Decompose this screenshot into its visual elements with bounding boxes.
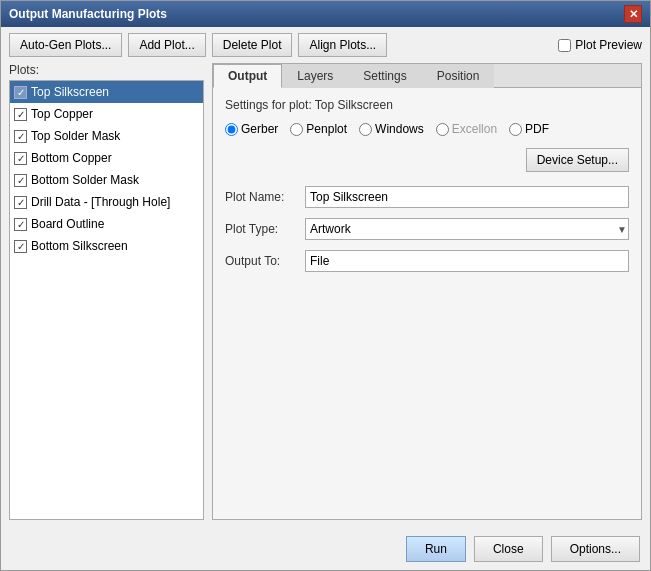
list-item-checkbox[interactable]: ✓ bbox=[14, 86, 27, 99]
main-window: Output Manufacturing Plots ✕ Auto-Gen Pl… bbox=[0, 0, 651, 571]
format-radio-group: Gerber Penplot Windows Excellon bbox=[225, 122, 629, 172]
plots-label: Plots: bbox=[9, 63, 204, 77]
list-item-label: Top Silkscreen bbox=[31, 85, 109, 99]
radio-windows[interactable]: Windows bbox=[359, 122, 424, 136]
list-item[interactable]: ✓ Drill Data - [Through Hole] bbox=[10, 191, 203, 213]
tab-output[interactable]: Output bbox=[213, 64, 282, 88]
left-panel: Plots: ✓ Top Silkscreen ✓ Top Copper ✓ T… bbox=[9, 63, 204, 520]
list-item-checkbox[interactable]: ✓ bbox=[14, 108, 27, 121]
list-item-label: Top Solder Mask bbox=[31, 129, 120, 143]
add-plot-button[interactable]: Add Plot... bbox=[128, 33, 205, 57]
plot-name-input[interactable] bbox=[305, 186, 629, 208]
list-item[interactable]: ✓ Bottom Solder Mask bbox=[10, 169, 203, 191]
plot-type-select[interactable]: Artwork Drill Silkscreen bbox=[305, 218, 629, 240]
list-item-label: Bottom Solder Mask bbox=[31, 173, 139, 187]
tab-layers[interactable]: Layers bbox=[282, 64, 348, 88]
auto-gen-plots-button[interactable]: Auto-Gen Plots... bbox=[9, 33, 122, 57]
tab-position[interactable]: Position bbox=[422, 64, 495, 88]
plot-type-label: Plot Type: bbox=[225, 222, 305, 236]
list-item-checkbox[interactable]: ✓ bbox=[14, 174, 27, 187]
output-to-row: Output To: bbox=[225, 250, 629, 272]
list-item[interactable]: ✓ Bottom Copper bbox=[10, 147, 203, 169]
list-item[interactable]: ✓ Top Copper bbox=[10, 103, 203, 125]
content-area: Plots: ✓ Top Silkscreen ✓ Top Copper ✓ T… bbox=[1, 63, 650, 528]
list-item-checkbox[interactable]: ✓ bbox=[14, 240, 27, 253]
plot-type-select-container: Artwork Drill Silkscreen ▼ bbox=[305, 218, 629, 240]
list-item-label: Top Copper bbox=[31, 107, 93, 121]
bottom-bar: Run Close Options... bbox=[1, 528, 650, 570]
list-item-checkbox[interactable]: ✓ bbox=[14, 218, 27, 231]
plot-preview-label: Plot Preview bbox=[575, 38, 642, 52]
window-title: Output Manufacturing Plots bbox=[9, 7, 167, 21]
settings-for-text: Settings for plot: Top Silkscreen bbox=[225, 98, 629, 112]
right-panel: Output Layers Settings Position Settings… bbox=[212, 63, 642, 520]
plot-name-label: Plot Name: bbox=[225, 190, 305, 204]
plot-list: ✓ Top Silkscreen ✓ Top Copper ✓ Top Sold… bbox=[9, 80, 204, 520]
list-item[interactable]: ✓ Board Outline bbox=[10, 213, 203, 235]
tab-settings[interactable]: Settings bbox=[348, 64, 421, 88]
radio-excellon[interactable]: Excellon bbox=[436, 122, 497, 136]
device-setup-button[interactable]: Device Setup... bbox=[526, 148, 629, 172]
delete-plot-button[interactable]: Delete Plot bbox=[212, 33, 293, 57]
run-button[interactable]: Run bbox=[406, 536, 466, 562]
output-to-input[interactable] bbox=[305, 250, 629, 272]
output-to-label: Output To: bbox=[225, 254, 305, 268]
plot-preview-checkbox[interactable] bbox=[558, 39, 571, 52]
list-item-label: Bottom Silkscreen bbox=[31, 239, 128, 253]
radio-pdf[interactable]: PDF bbox=[509, 122, 549, 136]
align-plots-button[interactable]: Align Plots... bbox=[298, 33, 387, 57]
toolbar: Auto-Gen Plots... Add Plot... Delete Plo… bbox=[1, 27, 650, 63]
tab-bar: Output Layers Settings Position bbox=[213, 64, 641, 88]
list-item[interactable]: ✓ Bottom Silkscreen bbox=[10, 235, 203, 257]
close-dialog-button[interactable]: Close bbox=[474, 536, 543, 562]
plot-name-row: Plot Name: bbox=[225, 186, 629, 208]
list-item-label: Bottom Copper bbox=[31, 151, 112, 165]
close-button[interactable]: ✕ bbox=[624, 5, 642, 23]
plot-type-row: Plot Type: Artwork Drill Silkscreen ▼ bbox=[225, 218, 629, 240]
list-item-label: Board Outline bbox=[31, 217, 104, 231]
list-item-checkbox[interactable]: ✓ bbox=[14, 130, 27, 143]
plot-preview-area: Plot Preview bbox=[558, 38, 642, 52]
list-item-checkbox[interactable]: ✓ bbox=[14, 196, 27, 209]
list-item[interactable]: ✓ Top Solder Mask bbox=[10, 125, 203, 147]
title-bar: Output Manufacturing Plots ✕ bbox=[1, 1, 650, 27]
radio-penplot[interactable]: Penplot bbox=[290, 122, 347, 136]
list-item[interactable]: ✓ Top Silkscreen bbox=[10, 81, 203, 103]
list-item-label: Drill Data - [Through Hole] bbox=[31, 195, 170, 209]
options-button[interactable]: Options... bbox=[551, 536, 640, 562]
output-tab-content: Settings for plot: Top Silkscreen Gerber… bbox=[213, 88, 641, 519]
list-item-checkbox[interactable]: ✓ bbox=[14, 152, 27, 165]
radio-gerber[interactable]: Gerber bbox=[225, 122, 278, 136]
